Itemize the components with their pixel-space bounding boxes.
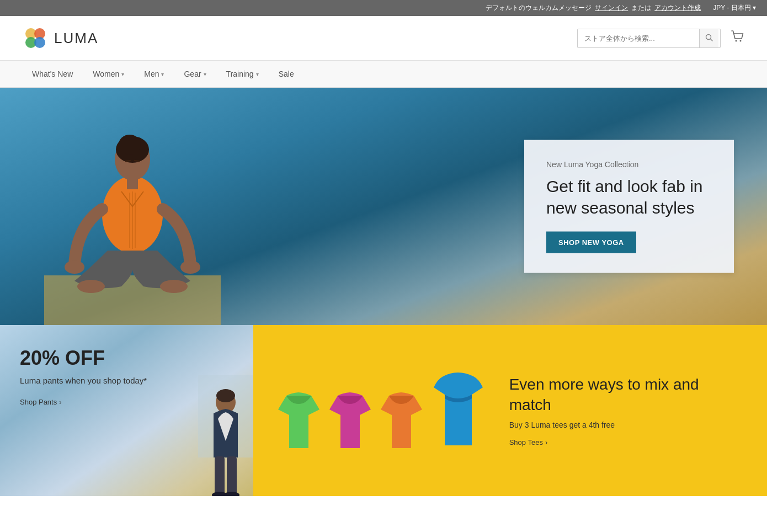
cart-icon[interactable] [729,29,745,47]
chevron-right-icon: › [545,438,547,446]
search-input[interactable] [578,30,699,47]
top-bar: デフォルトのウェルカムメッセージ サインイン または アカウント作成 JPY -… [0,0,767,16]
shop-pants-link[interactable]: Shop Pants › [20,398,233,406]
svg-point-20 [180,260,200,274]
hero-title: Get fit and look fab in new seasonal sty… [546,175,712,219]
svg-line-17 [135,161,139,161]
mix-match-panel: Even more ways to mix and match Buy 3 Lu… [253,325,767,496]
create-account-link[interactable]: アカウント作成 [654,3,701,13]
nav-men[interactable]: Men ▾ [134,61,174,87]
magenta-tee [327,385,374,454]
hero-person-image [28,93,237,325]
svg-point-29 [224,492,239,496]
svg-rect-18 [127,178,138,189]
discount-description: Luma pants when you shop today* [20,375,233,387]
main-nav: What's New Women ▾ Men ▾ Gear ▾ Training… [0,61,767,88]
svg-point-19 [65,260,84,274]
logo-link[interactable]: LUMA [22,25,98,51]
svg-line-5 [711,39,713,41]
svg-point-22 [160,280,188,293]
orange-tee [378,385,425,454]
discount-content: 20% OFF Luma pants when you shop today* … [20,347,233,406]
welcome-message: デフォルトのウェルカムメッセージ [486,3,592,13]
search-icon [705,34,713,41]
mix-match-title: Even more ways to mix and match [509,375,745,415]
svg-point-6 [736,40,737,42]
svg-rect-8 [44,275,221,325]
mix-match-text: Even more ways to mix and match Buy 3 Lu… [509,375,745,446]
chevron-right-icon: › [59,398,61,406]
nav-training[interactable]: Training ▾ [216,61,269,87]
discount-amount: 20% OFF [20,347,233,369]
discount-panel: 20% OFF Luma pants when you shop today* … [0,325,253,496]
svg-point-3 [34,37,45,48]
signin-link[interactable]: サインイン [595,3,628,13]
shopping-cart-icon [729,29,745,44]
svg-point-15 [119,135,141,155]
or-separator: または [631,3,651,13]
nav-whats-new[interactable]: What's New [22,61,83,87]
hero-subtitle: New Luma Yoga Collection [546,160,712,169]
svg-line-16 [126,161,130,161]
bottom-panels: 20% OFF Luma pants when you shop today* … [0,325,767,496]
svg-rect-26 [215,456,225,496]
header-right [577,29,745,48]
hero-card: New Luma Yoga Collection Get fit and loo… [524,140,734,273]
chevron-down-icon: ▾ [121,71,124,77]
nav-women[interactable]: Women ▾ [83,61,134,87]
shop-tees-link[interactable]: Shop Tees › [509,438,745,446]
chevron-down-icon: ▾ [161,71,164,77]
search-button[interactable] [699,29,718,47]
currency-selector[interactable]: JPY - 日本円 ▾ [713,3,756,13]
header: LUMA [0,16,767,61]
search-box [577,29,721,48]
svg-point-21 [77,280,105,293]
green-tee [275,385,322,454]
svg-point-7 [740,40,742,42]
logo-icon [22,25,49,51]
hero-banner: New Luma Yoga Collection Get fit and loo… [0,88,767,325]
mix-match-description: Buy 3 Luma tees get a 4th free [509,421,745,429]
nav-gear[interactable]: Gear ▾ [174,61,216,87]
chevron-down-icon: ▾ [256,71,259,77]
blue-tank [429,368,487,454]
nav-sale[interactable]: Sale [269,61,304,87]
shop-new-yoga-button[interactable]: Shop New Yoga [546,232,636,253]
logo-text: LUMA [54,30,98,47]
tee-images [275,368,487,454]
chevron-down-icon: ▾ [204,71,206,77]
svg-rect-27 [227,456,237,496]
